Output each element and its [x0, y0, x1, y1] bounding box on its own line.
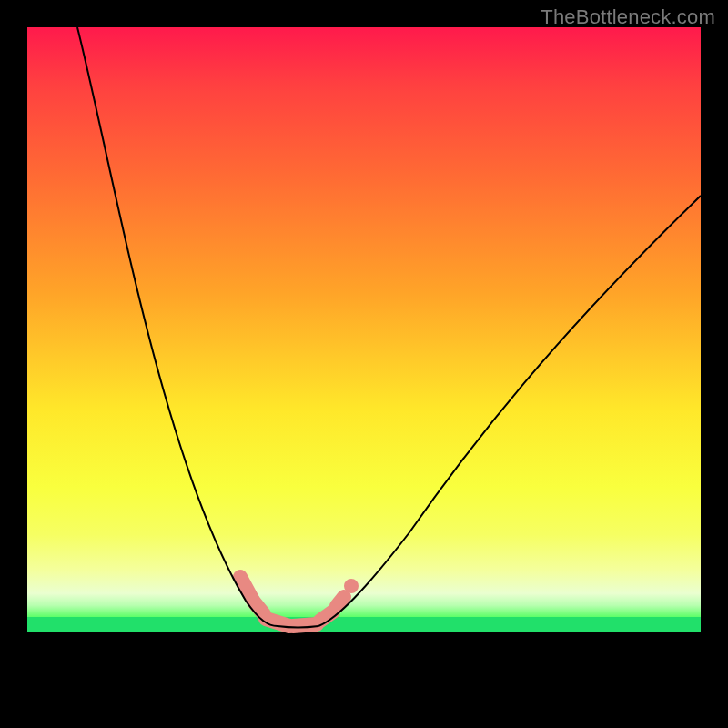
pink-seg-6	[337, 597, 344, 606]
pink-dot-1	[344, 579, 359, 593]
watermark-text: TheBottleneck.com	[541, 5, 715, 29]
curve-left-arm	[77, 27, 278, 626]
plot-area	[27, 27, 701, 701]
chart-frame: TheBottleneck.com	[0, 0, 728, 728]
curve-overlay	[27, 27, 701, 701]
curve-right-arm	[318, 196, 701, 626]
